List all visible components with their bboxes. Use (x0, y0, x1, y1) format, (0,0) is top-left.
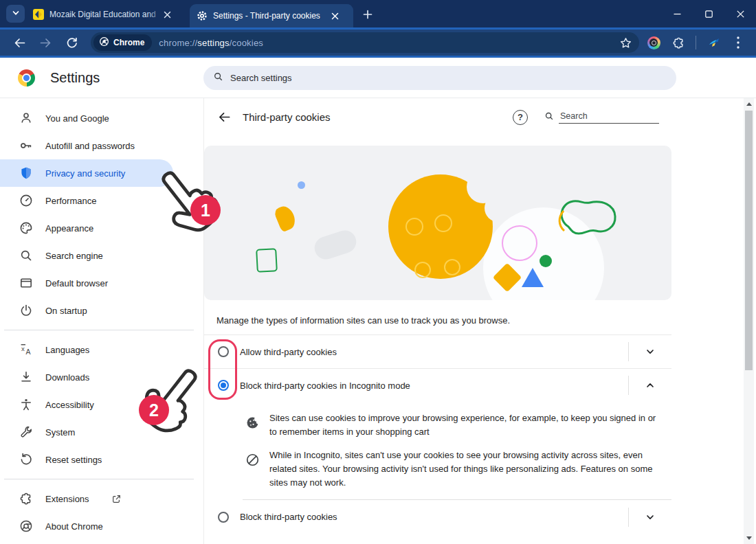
chrome-chip[interactable]: Chrome (93, 34, 152, 51)
mozaik-favicon-icon (33, 9, 44, 20)
speedometer-icon (19, 194, 33, 207)
tab-mozaik[interactable]: Mozaik Digital Education and Le (26, 4, 184, 25)
radio-unchecked[interactable] (218, 512, 229, 523)
url-scheme: chrome:// (159, 38, 197, 48)
back-arrow-button[interactable] (216, 110, 232, 125)
sidebar-item-label: Reset settings (45, 455, 102, 465)
settings-search-input[interactable] (230, 73, 574, 83)
page-search[interactable] (544, 111, 659, 124)
sidebar-item-reset-settings[interactable]: Reset settings (0, 446, 203, 473)
expand-button[interactable] (629, 347, 671, 356)
sidebar-item-label: Autofill and passwords (45, 141, 135, 151)
settings-search-bar[interactable] (203, 66, 676, 90)
sidebar-item-label: Extensions (45, 494, 89, 504)
svg-text:x: x (21, 345, 25, 352)
cookie-options-list: Allow third-party cookies Block third-pa… (204, 335, 671, 534)
detail-text: Sites can use cookies to improve your br… (269, 411, 659, 439)
sidebar-item-autofill[interactable]: Autofill and passwords (0, 132, 203, 159)
scrollbar-thumb[interactable] (745, 111, 753, 370)
detail-row-cookies: Sites can use cookies to improve your br… (204, 407, 671, 444)
help-glyph: ? (518, 112, 523, 122)
sidebar-item-label: Downloads (45, 372, 89, 383)
settings-body: You and Google Autofill and passwords Pr… (0, 98, 756, 544)
forward-button[interactable] (34, 32, 56, 54)
scroll-up-button[interactable] (744, 98, 754, 110)
collapse-button[interactable] (629, 381, 671, 390)
page-search-input[interactable] (559, 111, 659, 124)
option-allow-third-party-cookies[interactable]: Allow third-party cookies (204, 335, 671, 368)
maximize-button[interactable] (693, 0, 724, 27)
cookie-chip-ring (444, 259, 460, 275)
annotation-step-1-badge: 1 (190, 195, 221, 225)
tab-strip: Mozaik Digital Education and Le Settings… (0, 0, 756, 27)
scroll-down-button[interactable] (744, 532, 754, 544)
page-scrollbar[interactable] (744, 98, 754, 544)
sidebar-item-privacy-and-security[interactable]: Privacy and security (0, 159, 173, 187)
step-number: 2 (149, 400, 159, 420)
browser-menu-kebab-icon[interactable] (728, 32, 748, 53)
annotation-step-2-badge: 2 (139, 395, 169, 425)
sidebar-item-extensions[interactable]: Extensions (0, 485, 203, 512)
key-icon (19, 139, 33, 152)
external-link-icon (111, 494, 122, 504)
chrome-icon (19, 519, 33, 533)
option-block-third-party-incognito[interactable]: Block third-party cookies in Incognito m… (204, 368, 671, 402)
expand-button[interactable] (629, 512, 671, 522)
magnifier-icon (19, 249, 33, 262)
search-icon (213, 71, 223, 84)
option-details: Sites can use cookies to improve your br… (204, 402, 671, 499)
illustration-green-square (256, 248, 278, 273)
detail-text: While in Incognito, sites can't use your… (269, 449, 659, 490)
minimize-button[interactable] (661, 0, 693, 27)
sidebar-item-about-chrome[interactable]: About Chrome (0, 512, 203, 540)
sidebar-item-label: Performance (45, 196, 96, 206)
wrench-icon (19, 425, 33, 439)
tab-close-icon[interactable] (329, 10, 341, 22)
illustration-yellow-blob (273, 204, 298, 233)
tab-search-button[interactable] (6, 5, 25, 23)
chrome-chip-label: Chrome (113, 38, 144, 47)
reload-button[interactable] (60, 32, 82, 54)
chevron-up-icon (645, 381, 655, 390)
sidebar-item-label: Appearance (45, 223, 93, 234)
page-header: Third-party cookies ? (204, 98, 671, 136)
step-number: 1 (201, 201, 210, 220)
blocked-icon (245, 453, 260, 467)
tab-title-fade (147, 4, 164, 25)
tab-settings[interactable]: Settings - Third-party cookies (190, 4, 353, 27)
sidebar-item-label: Default browser (45, 278, 108, 288)
cookies-illustration-banner (204, 146, 671, 300)
page-title: Third-party cookies (243, 111, 331, 123)
sidebar-item-on-startup[interactable]: On startup (0, 297, 203, 324)
extension-lens-icon[interactable] (643, 32, 664, 53)
cookie-chip-ring (434, 214, 452, 232)
chrome-logo-icon (18, 69, 35, 87)
extension-bird-icon[interactable] (703, 32, 724, 53)
illustration-green-dot (540, 255, 552, 267)
tab-title: Mozaik Digital Education and Le (49, 10, 158, 19)
sidebar-item-label: Languages (45, 345, 89, 355)
back-button[interactable] (8, 32, 30, 54)
sidebar-item-you-and-google[interactable]: You and Google (0, 104, 203, 132)
svg-text:A: A (25, 348, 30, 356)
page-intro-text: Manage the types of information sites ca… (216, 315, 670, 326)
triangle-up-icon (746, 102, 752, 106)
sidebar-item-default-browser[interactable]: Default browser (0, 269, 203, 297)
help-icon[interactable]: ? (513, 110, 528, 125)
bookmark-star-icon[interactable] (620, 37, 632, 49)
sidebar-divider (4, 330, 194, 330)
address-bar[interactable]: Chrome chrome://settings/cookies (91, 32, 639, 53)
sidebar-item-search-engine[interactable]: Search engine (0, 242, 203, 269)
browser-window: Mozaik Digital Education and Le Settings… (0, 0, 756, 544)
person-icon (19, 111, 33, 125)
extensions-puzzle-icon[interactable] (668, 32, 689, 53)
url-text[interactable]: chrome://settings/cookies (159, 38, 263, 48)
palette-icon (19, 221, 33, 235)
new-tab-button[interactable] (360, 7, 375, 22)
gear-icon (197, 10, 208, 21)
url-path: /cookies (230, 38, 263, 48)
close-window-button[interactable] (724, 0, 756, 27)
browser-toolbar: Chrome chrome://settings/cookies (0, 27, 756, 58)
option-block-third-party-cookies[interactable]: Block third-party cookies (204, 500, 671, 534)
illustration-green-outline-blob (553, 188, 622, 246)
